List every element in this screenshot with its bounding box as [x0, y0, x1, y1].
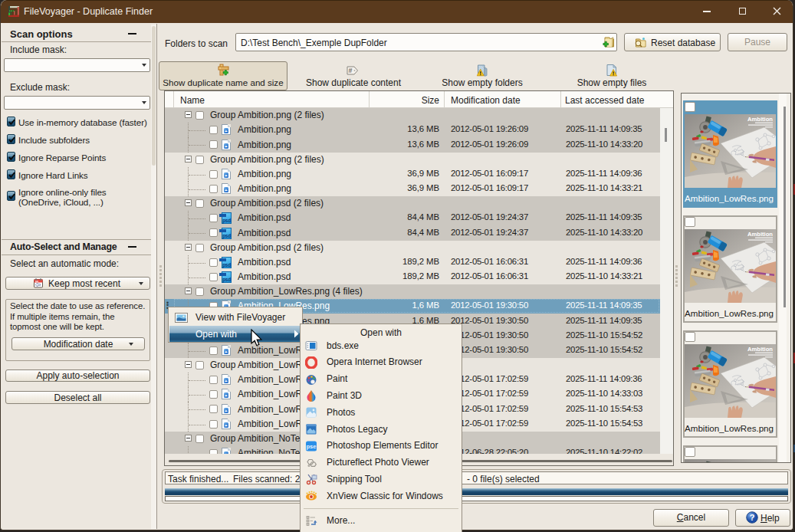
svg-text:?: ?	[750, 513, 755, 522]
svg-text:Ambition: Ambition	[747, 116, 773, 123]
svg-text:Ambition: Ambition	[747, 231, 773, 238]
svg-text:Ambition: Ambition	[747, 461, 773, 463]
svg-text:Ambition: Ambition	[747, 346, 773, 353]
svg-text:#: #	[348, 67, 352, 74]
svg-text:pse: pse	[307, 443, 317, 450]
